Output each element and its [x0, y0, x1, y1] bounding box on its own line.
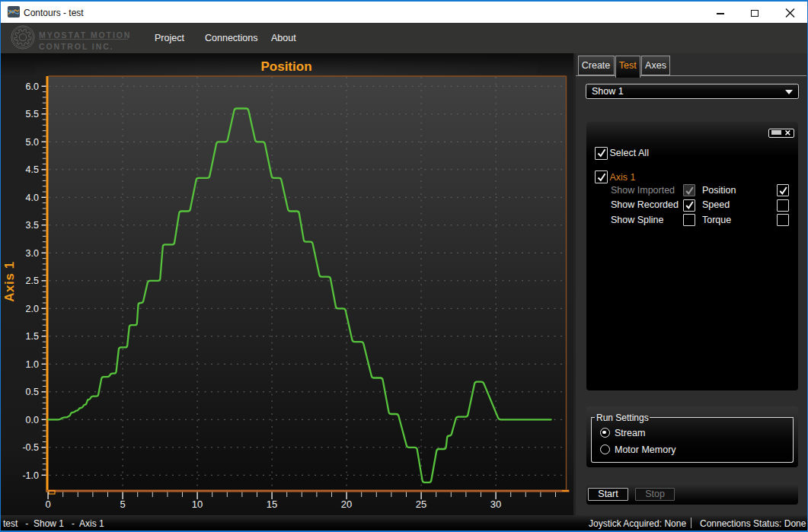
svg-text:Axis 1: Axis 1 — [2, 261, 17, 302]
svg-text:-1.0: -1.0 — [22, 470, 39, 481]
svg-text:5.0: 5.0 — [26, 137, 39, 148]
svg-text:3.5: 3.5 — [26, 220, 39, 231]
svg-text:5: 5 — [120, 499, 125, 510]
svg-text:20: 20 — [341, 499, 352, 510]
svg-text:0: 0 — [45, 499, 50, 510]
svg-text:-0.5: -0.5 — [22, 442, 39, 453]
svg-text:30: 30 — [490, 499, 501, 510]
svg-text:0.5: 0.5 — [26, 387, 39, 397]
svg-text:1.0: 1.0 — [26, 359, 39, 370]
svg-text:Position: Position — [260, 59, 311, 74]
svg-text:25: 25 — [416, 499, 426, 510]
svg-text:3.0: 3.0 — [26, 248, 39, 259]
svg-text:2.5: 2.5 — [26, 276, 39, 286]
svg-text:6.0: 6.0 — [26, 81, 39, 92]
svg-text:5.5: 5.5 — [26, 109, 39, 119]
svg-text:1.5: 1.5 — [26, 331, 39, 342]
svg-text:4.5: 4.5 — [26, 164, 39, 175]
svg-text:15: 15 — [267, 499, 277, 510]
svg-text:0.0: 0.0 — [26, 415, 39, 425]
svg-text:10: 10 — [192, 499, 203, 510]
svg-text:4.0: 4.0 — [26, 193, 39, 203]
svg-text:2.0: 2.0 — [26, 304, 39, 314]
